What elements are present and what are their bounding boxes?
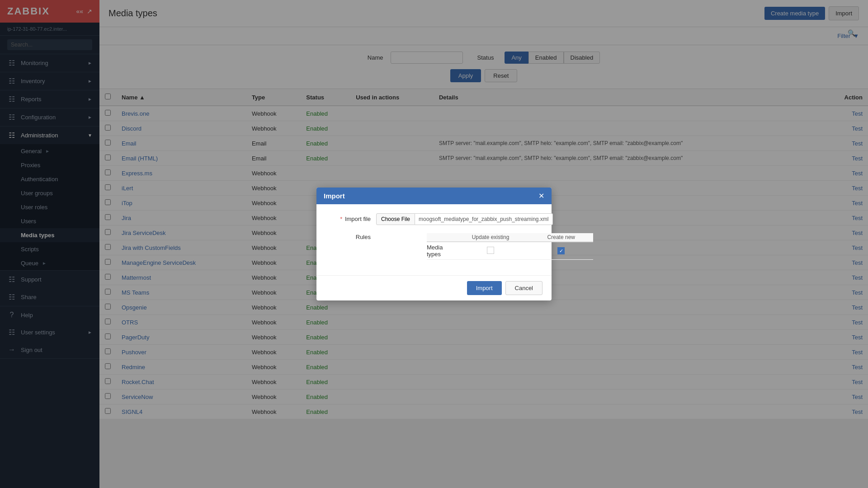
rules-update-header: Update existing [452, 233, 529, 242]
rules-table: Update existing Create new Media types [427, 233, 593, 260]
import-confirm-button[interactable]: Import [467, 281, 502, 295]
file-name-display: moogsoft_mediatype_for_zabbix_push_strea… [415, 213, 553, 225]
file-input-wrapper: Choose File moogsoft_mediatype_for_zabbi… [376, 213, 553, 225]
choose-file-button[interactable]: Choose File [376, 213, 415, 225]
rules-create-header: Create new [529, 233, 593, 242]
modal-title: Import [324, 192, 345, 200]
modal-body: * Import file Choose File moogsoft_media… [316, 204, 552, 275]
rules-empty-header [427, 233, 452, 242]
modal-overlay: Import ✕ * Import file Choose File moogs… [0, 0, 868, 488]
modal-close-button[interactable]: ✕ [538, 192, 544, 200]
import-file-row: * Import file Choose File moogsoft_media… [326, 213, 542, 225]
rules-update-checkbox[interactable] [487, 247, 494, 254]
rules-row: Rules Update existing Create new [326, 231, 542, 260]
rules-section: Update existing Create new Media types [376, 233, 542, 260]
required-mark: * [340, 216, 342, 222]
rules-update-cell [452, 242, 529, 260]
modal-header: Import ✕ [316, 188, 552, 204]
cancel-button[interactable]: Cancel [505, 281, 542, 295]
rules-media-types-label: Media types [427, 242, 452, 260]
modal-footer: Import Cancel [316, 275, 552, 300]
rules-create-checkbox[interactable]: ✓ [557, 247, 565, 254]
rules-label: Rules [326, 231, 371, 240]
import-file-label: * Import file [326, 213, 371, 222]
import-modal: Import ✕ * Import file Choose File moogs… [316, 188, 552, 300]
rules-create-cell: ✓ [529, 242, 593, 260]
